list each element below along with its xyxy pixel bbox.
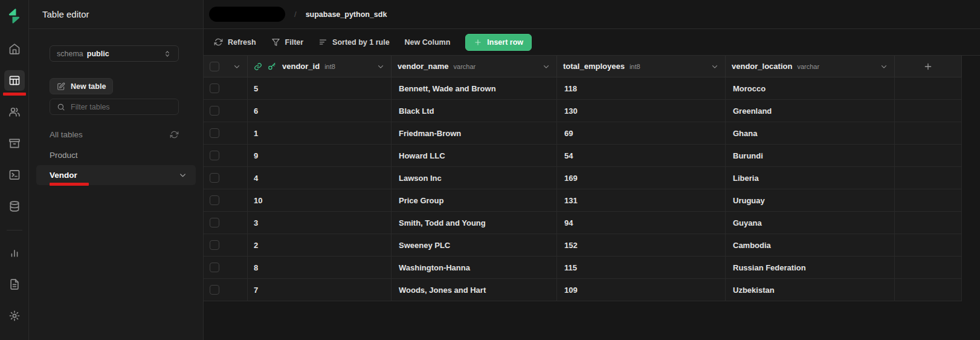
cell-vendor_location[interactable]: Russian Federation (726, 257, 895, 279)
cell-vendor_name[interactable]: Howard LLC (392, 145, 557, 167)
cell-vendor_id[interactable]: 10 (248, 189, 392, 212)
cell-empty[interactable] (895, 77, 962, 100)
nav-table-editor-button[interactable] (4, 70, 25, 91)
cell-empty[interactable] (895, 257, 962, 279)
cell-total_employees[interactable]: 118 (557, 77, 726, 100)
cell-vendor_location[interactable]: Burundi (726, 145, 895, 167)
refresh-tables-icon[interactable] (170, 130, 179, 139)
cell-vendor_name[interactable]: Black Ltd (392, 100, 557, 122)
cell-total_employees[interactable]: 69 (557, 122, 726, 145)
cell-vendor_id[interactable]: 5 (248, 77, 392, 100)
search-icon (57, 103, 65, 111)
column-menu-icon[interactable] (711, 62, 719, 71)
cell-empty[interactable] (895, 167, 962, 189)
cell-vendor_id[interactable]: 7 (248, 279, 392, 301)
cell-empty[interactable] (895, 100, 962, 122)
cell-vendor_id[interactable]: 9 (248, 145, 392, 167)
column-menu-icon[interactable] (542, 62, 550, 71)
column-header-vendor-name[interactable]: vendor_name varchar (392, 56, 557, 77)
nav-home-button[interactable] (4, 39, 25, 59)
cell-vendor_name[interactable]: Bennett, Wade and Brown (392, 77, 557, 100)
nav-reports-button[interactable] (4, 243, 25, 263)
breadcrumb-project[interactable]: supabase_python_sdk (306, 10, 387, 19)
cell-vendor_name[interactable]: Washington-Hanna (392, 257, 557, 279)
cell-total_employees[interactable]: 131 (557, 189, 726, 212)
nav-auth-button[interactable] (4, 102, 25, 122)
sort-button[interactable]: Sorted by 1 rule (318, 38, 389, 47)
row-checkbox[interactable] (210, 263, 219, 272)
row-checkbox[interactable] (210, 173, 219, 183)
row-checkbox[interactable] (210, 195, 219, 205)
schema-select[interactable]: schema public (50, 45, 179, 62)
row-checkbox[interactable] (210, 151, 219, 160)
cell-vendor_location[interactable]: Uruguay (726, 189, 895, 212)
cell-empty[interactable] (895, 279, 962, 301)
cell-total_employees[interactable]: 130 (557, 100, 726, 122)
cell-total_employees[interactable]: 169 (557, 167, 726, 189)
sidebar-table-item-product[interactable]: Product (36, 145, 196, 165)
cell-vendor_location[interactable]: Greenland (726, 100, 895, 122)
cell-total_employees[interactable]: 152 (557, 234, 726, 257)
column-menu-icon[interactable] (376, 62, 385, 71)
select-all-checkbox[interactable] (210, 62, 219, 71)
cell-vendor_location[interactable]: Uzbekistan (726, 279, 895, 301)
new-table-button[interactable]: New table (50, 78, 113, 94)
cell-total_employees[interactable]: 94 (557, 212, 726, 234)
cell-total_employees[interactable]: 115 (557, 257, 726, 279)
cell-vendor_id[interactable]: 1 (248, 122, 392, 145)
column-header-total-employees[interactable]: total_employees int8 (557, 56, 726, 77)
cell-vendor_name[interactable]: Price Group (392, 189, 557, 212)
add-column-header-cell[interactable] (895, 56, 962, 77)
refresh-button[interactable]: Refresh (214, 38, 256, 47)
nav-docs-button[interactable] (4, 274, 25, 295)
cell-vendor_id[interactable]: 6 (248, 100, 392, 122)
row-checkbox[interactable] (210, 106, 219, 116)
row-checkbox[interactable] (210, 285, 219, 295)
column-header-vendor-location[interactable]: vendor_location varchar (726, 56, 895, 77)
cell-vendor_name[interactable]: Woods, Jones and Hart (392, 279, 557, 301)
cell-vendor_id[interactable]: 4 (248, 167, 392, 189)
row-checkbox[interactable] (210, 83, 219, 93)
cell-vendor_name[interactable]: Friedman-Brown (392, 122, 557, 145)
filter-tables-input[interactable]: Filter tables (50, 99, 179, 115)
cell-vendor_location[interactable]: Liberia (726, 167, 895, 189)
nav-database-button[interactable] (4, 196, 25, 217)
row-checkbox[interactable] (210, 128, 219, 138)
cell-vendor_location[interactable]: Cambodia (726, 234, 895, 257)
cell-empty[interactable] (895, 145, 962, 167)
cell-empty[interactable] (895, 234, 962, 257)
sidebar-table-item-vendor[interactable]: Vendor (36, 165, 196, 185)
cell-total_employees[interactable]: 109 (557, 279, 726, 301)
cell-vendor_name[interactable]: Smith, Todd and Young (392, 212, 557, 234)
nav-settings-button[interactable] (4, 306, 25, 326)
cell-vendor_location[interactable]: Ghana (726, 122, 895, 145)
nav-storage-button[interactable] (4, 133, 25, 154)
cell-vendor_location[interactable]: Morocco (726, 77, 895, 100)
chevron-down-icon[interactable] (233, 62, 241, 71)
column-menu-icon[interactable] (880, 62, 888, 71)
all-tables-row: All tables (50, 130, 179, 139)
column-header-vendor-id[interactable]: vendor_id int8 (248, 56, 392, 77)
cell-empty[interactable] (895, 122, 962, 145)
new-column-button[interactable]: New Column (405, 38, 451, 47)
redacted-project-pill[interactable] (209, 7, 285, 22)
nav-sql-editor-button[interactable] (4, 165, 25, 185)
cell-vendor_name[interactable]: Lawson Inc (392, 167, 557, 189)
supabase-logo-icon[interactable] (6, 8, 22, 24)
cell-vendor_name[interactable]: Sweeney PLC (392, 234, 557, 257)
column-type: varchar (797, 63, 819, 70)
grid-toolbar: Refresh Filter Sorted by 1 rule New Colu… (204, 29, 980, 56)
row-checkbox[interactable] (210, 240, 219, 250)
chevron-down-icon[interactable] (178, 171, 187, 180)
cell-empty[interactable] (895, 189, 962, 212)
cell-vendor_location[interactable]: Guyana (726, 212, 895, 234)
cell-total_employees[interactable]: 54 (557, 145, 726, 167)
row-checkbox[interactable] (210, 218, 219, 227)
cell-vendor_id[interactable]: 2 (248, 234, 392, 257)
cell-empty[interactable] (895, 212, 962, 234)
insert-row-button[interactable]: Insert row (465, 34, 532, 51)
filter-button[interactable]: Filter (271, 38, 304, 47)
cell-vendor_id[interactable]: 3 (248, 212, 392, 234)
table-item-label: Vendor (50, 171, 77, 180)
cell-vendor_id[interactable]: 8 (248, 257, 392, 279)
